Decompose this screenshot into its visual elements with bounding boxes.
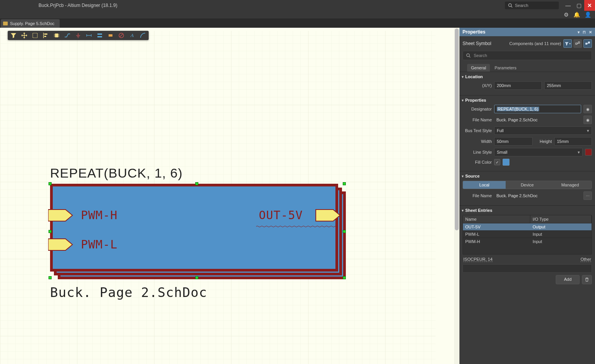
component-icon[interactable] — [53, 32, 60, 39]
selection-handle[interactable] — [343, 276, 346, 279]
panel-menu-icon[interactable]: ▾ — [578, 30, 580, 34]
col-name[interactable]: Name — [463, 215, 530, 223]
line-color-swatch[interactable] — [585, 149, 592, 156]
select-all-button[interactable] — [583, 39, 592, 48]
table-row[interactable]: OUT-5V Output — [463, 223, 592, 230]
tab-parameters[interactable]: Parameters — [491, 64, 520, 72]
svg-rect-7 — [44, 36, 46, 37]
svg-rect-24 — [109, 34, 112, 37]
location-x-input[interactable]: 200mm — [494, 81, 542, 90]
entries-edit-field[interactable] — [463, 264, 592, 273]
source-segmented-control[interactable]: Local Device Managed — [463, 181, 592, 189]
document-tab-label: Supply. Page 5.SchDoc — [10, 21, 54, 26]
width-label: Width — [463, 139, 492, 144]
schematic-canvas[interactable]: A REPEAT(BUCK, 1, 6) PWM-H PWM-L OUT-5V — [0, 28, 459, 364]
global-search-placeholder: Search — [515, 3, 528, 8]
section-source: Source Local Device Managed File Name Bu… — [459, 171, 595, 205]
width-input[interactable]: 50mm — [494, 137, 533, 146]
filename-visibility-button[interactable]: ◉ — [583, 116, 592, 124]
panel-search-placeholder: Search — [474, 53, 487, 58]
source-local[interactable]: Local — [463, 181, 506, 189]
tab-general[interactable]: General — [467, 64, 490, 72]
add-entry-button[interactable]: Add — [556, 275, 580, 284]
global-search[interactable]: Search — [505, 2, 559, 9]
source-managed[interactable]: Managed — [549, 181, 592, 189]
port-arrow-pwm-h[interactable] — [48, 208, 74, 223]
filter-summary[interactable]: Components (and 11 more) — [494, 41, 561, 46]
notifications-icon[interactable]: 🔔 — [573, 12, 580, 18]
scrollbar-thumb[interactable] — [455, 29, 459, 230]
panel-title: Properties — [463, 29, 485, 35]
section-source-header[interactable]: Source — [463, 174, 592, 178]
location-y-input[interactable]: 255mm — [544, 81, 592, 90]
sheet-symbol-designator: REPEAT(BUCK, 1, 6) — [50, 166, 347, 181]
sheet-entries-table[interactable]: Name I/O Type OUT-5V Output PWM-L Input … — [463, 215, 592, 255]
text-icon[interactable]: A — [129, 32, 136, 39]
filter-icon[interactable] — [10, 32, 17, 39]
section-entries-header[interactable]: Sheet Entries — [463, 208, 592, 213]
selection-handle[interactable] — [343, 182, 346, 185]
filter-funnel-button[interactable]: ▾ — [563, 39, 572, 48]
document-tab[interactable]: Supply. Page 5.SchDoc — [1, 19, 60, 28]
port-arrow-out-5v[interactable] — [315, 208, 340, 223]
no-erc-icon[interactable] — [118, 32, 125, 39]
selection-handle[interactable] — [49, 276, 52, 279]
select-connected-button[interactable] — [573, 39, 582, 48]
designator-visibility-button[interactable]: ◉ — [583, 105, 592, 113]
source-device[interactable]: Device — [506, 181, 548, 189]
fill-color-swatch[interactable] — [503, 159, 510, 166]
canvas-scrollbar-vertical[interactable] — [454, 28, 459, 364]
wire-icon[interactable] — [64, 32, 71, 39]
svg-point-0 — [509, 4, 512, 7]
port-label-pwm-l: PWM-L — [81, 238, 117, 251]
col-io[interactable]: I/O Type — [530, 215, 592, 223]
selection-handle[interactable] — [49, 182, 52, 185]
menu-bar: ⚙ 🔔 👤 — [0, 11, 595, 18]
bustext-label: Bus Text Style — [463, 128, 492, 133]
title-bar: Buck.PrjPcb - Altium Designer (18.1.9) S… — [0, 0, 595, 11]
svg-point-34 — [467, 54, 470, 57]
port-arrow-pwm-l[interactable] — [48, 237, 74, 252]
linestyle-label: Line Style — [463, 150, 492, 154]
table-row[interactable]: PWM-L Input — [463, 230, 592, 238]
table-row[interactable]: PWM-H Input — [463, 238, 592, 245]
source-filename-label: File Name — [463, 193, 492, 198]
bus-icon[interactable] — [96, 32, 103, 39]
panel-search[interactable]: Search — [463, 51, 592, 60]
height-input[interactable]: 15mm — [554, 137, 592, 146]
panel-close-icon[interactable]: ✕ — [589, 30, 592, 34]
source-filename-browse-button[interactable]: ⋯ — [583, 191, 592, 200]
section-location: Location (X/Y) 200mm 255mm — [459, 72, 595, 95]
dimension-icon[interactable] — [85, 32, 92, 39]
settings-icon[interactable]: ⚙ — [564, 12, 569, 18]
gnd-icon[interactable] — [75, 32, 82, 39]
move-icon[interactable] — [21, 32, 28, 39]
panel-tabs: General Parameters — [467, 64, 592, 72]
minimize-button[interactable]: — — [563, 0, 573, 11]
section-location-header[interactable]: Location — [463, 74, 592, 79]
align-left-icon[interactable] — [42, 32, 49, 39]
sheet-symbol-instance[interactable]: REPEAT(BUCK, 1, 6) PWM-H PWM-L OUT-5V — [50, 166, 347, 300]
designator-label: Designator — [463, 107, 492, 111]
arc-icon[interactable] — [139, 32, 146, 39]
user-icon[interactable]: 👤 — [585, 12, 591, 18]
bustext-dropdown[interactable]: Full — [494, 126, 592, 135]
selection-handle[interactable] — [195, 182, 198, 185]
entries-other-link[interactable]: Other — [580, 257, 591, 262]
filename-value: Buck. Page 2.SchDoc — [494, 116, 581, 124]
linestyle-dropdown[interactable]: Small — [494, 148, 583, 156]
close-button[interactable]: ✕ — [584, 0, 595, 11]
maximize-button[interactable]: ▢ — [573, 0, 584, 11]
section-properties-header[interactable]: Properties — [463, 98, 592, 102]
panel-pin-icon[interactable]: ⊓ — [583, 30, 586, 34]
designator-input[interactable]: REPEAT(BUCK, 1, 6) — [494, 105, 581, 113]
fillcolor-checkbox[interactable]: ✓ — [494, 159, 500, 165]
delete-entry-button[interactable] — [582, 275, 592, 284]
entries-font-info[interactable]: ISOCPEUR, 14 — [463, 257, 493, 262]
harness-icon[interactable] — [107, 32, 114, 39]
sheet-symbol-body[interactable] — [50, 184, 338, 272]
selection-handle[interactable] — [49, 230, 52, 233]
selection-handle[interactable] — [343, 230, 346, 233]
selection-handle[interactable] — [195, 276, 198, 279]
selection-icon[interactable] — [32, 32, 39, 39]
